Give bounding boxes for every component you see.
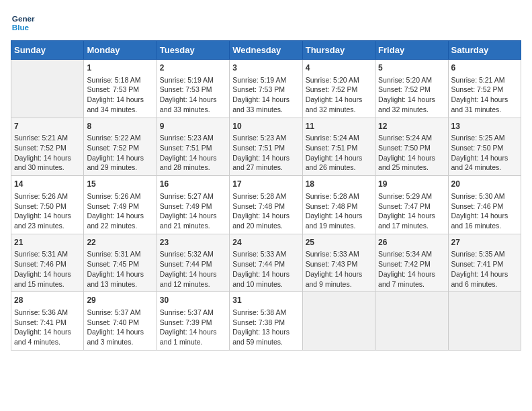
sunrise-label: Sunrise: 5:18 AM [87, 76, 140, 84]
day-number: 21 [14, 237, 81, 248]
day-header-sunday: Sunday [11, 41, 84, 60]
sunset-label: Sunset: 7:48 PM [306, 202, 358, 210]
daylight-label: Daylight: 14 hours and 13 minutes. [87, 270, 144, 288]
day-number: 7 [14, 121, 81, 132]
logo: General Blue [11, 11, 38, 35]
sunset-label: Sunset: 7:52 PM [378, 85, 431, 93]
day-number: 28 [14, 295, 81, 306]
calendar-cell: 14Sunrise: 5:26 AMSunset: 7:50 PMDayligh… [11, 176, 84, 234]
daylight-label: Daylight: 13 hours and 59 minutes. [232, 328, 290, 346]
sunset-label: Sunset: 7:44 PM [160, 260, 212, 268]
day-number: 26 [378, 237, 445, 248]
sunrise-label: Sunrise: 5:25 AM [451, 134, 505, 142]
sunset-label: Sunset: 7:40 PM [87, 318, 139, 326]
day-number: 24 [232, 237, 299, 248]
calendar-cell: 12Sunrise: 5:24 AMSunset: 7:50 PMDayligh… [375, 118, 448, 176]
day-number: 19 [378, 179, 445, 190]
day-number: 30 [160, 295, 226, 306]
calendar-cell: 1Sunrise: 5:18 AMSunset: 7:53 PMDaylight… [84, 60, 157, 118]
daylight-label: Daylight: 14 hours and 16 minutes. [451, 212, 508, 230]
svg-text:Blue: Blue [12, 23, 30, 32]
daylight-label: Daylight: 14 hours and 1 minute. [160, 328, 217, 346]
day-header-monday: Monday [84, 41, 157, 60]
sunrise-label: Sunrise: 5:28 AM [306, 192, 359, 200]
calendar-cell: 5Sunrise: 5:20 AMSunset: 7:52 PMDaylight… [375, 60, 448, 118]
sunset-label: Sunset: 7:46 PM [451, 202, 504, 210]
sunrise-label: Sunrise: 5:37 AM [87, 308, 140, 316]
sunrise-label: Sunrise: 5:38 AM [232, 308, 286, 316]
daylight-label: Daylight: 14 hours and 10 minutes. [232, 270, 290, 288]
daylight-label: Daylight: 14 hours and 27 minutes. [232, 154, 290, 172]
calendar-cell: 10Sunrise: 5:23 AMSunset: 7:51 PMDayligh… [230, 118, 302, 176]
sunrise-label: Sunrise: 5:21 AM [14, 134, 68, 142]
day-number: 17 [232, 179, 299, 190]
sunrise-label: Sunrise: 5:20 AM [306, 76, 359, 84]
sunset-label: Sunset: 7:53 PM [87, 85, 139, 93]
sunrise-label: Sunrise: 5:20 AM [378, 76, 432, 84]
day-number: 22 [87, 237, 153, 248]
calendar-cell: 7Sunrise: 5:21 AMSunset: 7:52 PMDaylight… [11, 118, 84, 176]
sunset-label: Sunset: 7:50 PM [378, 144, 431, 152]
daylight-label: Daylight: 14 hours and 15 minutes. [14, 270, 71, 288]
sunrise-label: Sunrise: 5:28 AM [232, 192, 286, 200]
sunrise-label: Sunrise: 5:19 AM [160, 76, 214, 84]
daylight-label: Daylight: 14 hours and 32 minutes. [306, 95, 363, 113]
day-header-saturday: Saturday [448, 41, 521, 60]
calendar-cell: 31Sunrise: 5:38 AMSunset: 7:38 PMDayligh… [230, 292, 302, 351]
calendar-cell: 26Sunrise: 5:34 AMSunset: 7:42 PMDayligh… [375, 234, 448, 292]
sunset-label: Sunset: 7:42 PM [378, 260, 431, 268]
calendar-cell: 13Sunrise: 5:25 AMSunset: 7:50 PMDayligh… [448, 118, 521, 176]
sunrise-label: Sunrise: 5:29 AM [378, 192, 432, 200]
page-header: General Blue [11, 11, 521, 35]
calendar-cell: 4Sunrise: 5:20 AMSunset: 7:52 PMDaylight… [302, 60, 375, 118]
calendar-cell: 20Sunrise: 5:30 AMSunset: 7:46 PMDayligh… [448, 176, 521, 234]
calendar-cell: 30Sunrise: 5:37 AMSunset: 7:39 PMDayligh… [157, 292, 229, 351]
daylight-label: Daylight: 14 hours and 32 minutes. [378, 95, 435, 113]
sunset-label: Sunset: 7:52 PM [14, 144, 66, 152]
calendar-cell: 28Sunrise: 5:36 AMSunset: 7:41 PMDayligh… [11, 292, 84, 351]
sunset-label: Sunset: 7:43 PM [306, 260, 358, 268]
day-number: 31 [232, 295, 299, 306]
calendar-cell: 17Sunrise: 5:28 AMSunset: 7:48 PMDayligh… [230, 176, 302, 234]
sunset-label: Sunset: 7:52 PM [306, 85, 358, 93]
calendar-cell: 19Sunrise: 5:29 AMSunset: 7:47 PMDayligh… [375, 176, 448, 234]
sunrise-label: Sunrise: 5:34 AM [378, 250, 432, 258]
daylight-label: Daylight: 14 hours and 6 minutes. [451, 270, 508, 288]
day-header-thursday: Thursday [302, 41, 375, 60]
sunset-label: Sunset: 7:52 PM [451, 85, 504, 93]
day-number: 4 [306, 62, 372, 74]
daylight-label: Daylight: 14 hours and 33 minutes. [232, 95, 290, 113]
calendar-cell: 8Sunrise: 5:22 AMSunset: 7:52 PMDaylight… [84, 118, 157, 176]
day-number: 15 [87, 179, 153, 190]
daylight-label: Daylight: 14 hours and 25 minutes. [378, 154, 435, 172]
calendar-cell: 21Sunrise: 5:31 AMSunset: 7:46 PMDayligh… [11, 234, 84, 292]
calendar-cell: 2Sunrise: 5:19 AMSunset: 7:53 PMDaylight… [157, 60, 229, 118]
sunrise-label: Sunrise: 5:24 AM [378, 134, 432, 142]
day-number: 2 [160, 62, 226, 74]
calendar-week-1: 1Sunrise: 5:18 AMSunset: 7:53 PMDaylight… [11, 60, 521, 118]
daylight-label: Daylight: 14 hours and 24 minutes. [451, 154, 508, 172]
sunset-label: Sunset: 7:41 PM [451, 260, 504, 268]
daylight-label: Daylight: 14 hours and 20 minutes. [232, 212, 290, 230]
sunrise-label: Sunrise: 5:33 AM [306, 250, 359, 258]
calendar-cell: 6Sunrise: 5:21 AMSunset: 7:52 PMDaylight… [448, 60, 521, 118]
calendar-cell [302, 292, 375, 351]
day-number: 13 [451, 121, 518, 132]
sunrise-label: Sunrise: 5:26 AM [14, 192, 68, 200]
sunset-label: Sunset: 7:41 PM [14, 318, 66, 326]
day-number: 11 [306, 121, 372, 132]
sunrise-label: Sunrise: 5:27 AM [160, 192, 214, 200]
calendar-cell: 9Sunrise: 5:23 AMSunset: 7:51 PMDaylight… [157, 118, 229, 176]
calendar-week-3: 14Sunrise: 5:26 AMSunset: 7:50 PMDayligh… [11, 176, 521, 234]
daylight-label: Daylight: 14 hours and 29 minutes. [87, 154, 144, 172]
sunrise-label: Sunrise: 5:23 AM [160, 134, 214, 142]
day-header-tuesday: Tuesday [157, 41, 229, 60]
calendar-cell: 15Sunrise: 5:26 AMSunset: 7:49 PMDayligh… [84, 176, 157, 234]
daylight-label: Daylight: 14 hours and 19 minutes. [306, 212, 363, 230]
sunset-label: Sunset: 7:53 PM [160, 85, 212, 93]
sunset-label: Sunset: 7:51 PM [160, 144, 212, 152]
sunrise-label: Sunrise: 5:23 AM [232, 134, 286, 142]
sunset-label: Sunset: 7:46 PM [14, 260, 66, 268]
calendar-cell: 27Sunrise: 5:35 AMSunset: 7:41 PMDayligh… [448, 234, 521, 292]
calendar-cell [448, 292, 521, 351]
